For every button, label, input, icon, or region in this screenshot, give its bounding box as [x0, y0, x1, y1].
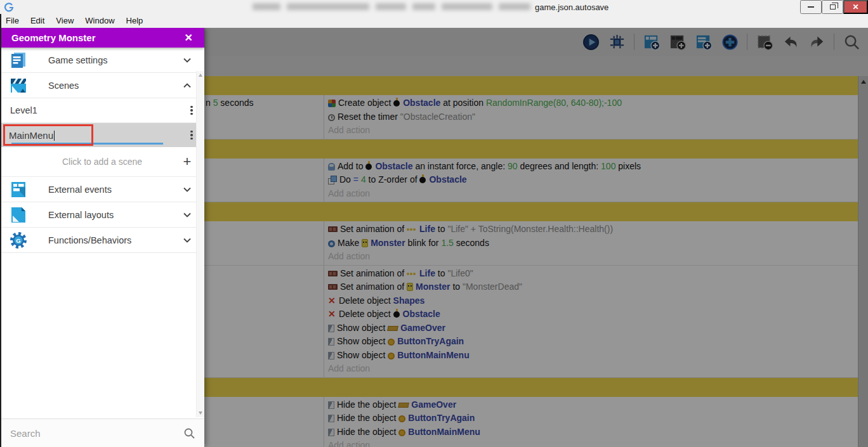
add-scene-row[interactable]: Click to add a scene +: [0, 147, 204, 177]
action-line[interactable]: Set animation of Life to "Life" + ToStri…: [328, 223, 858, 236]
events-toolbar: [204, 28, 868, 56]
add-action-link[interactable]: Add action: [328, 439, 858, 447]
text-segment: n: [206, 98, 213, 108]
panel-scrollbar[interactable]: [196, 71, 204, 417]
action-line[interactable]: Hide the object GameOver: [328, 398, 858, 412]
undo-button[interactable]: [782, 33, 799, 51]
events-scrollbar[interactable]: [858, 76, 868, 447]
action-line[interactable]: Hide the object ButtonMainMenu: [328, 425, 858, 439]
add-action-link[interactable]: Add action: [328, 362, 858, 376]
button-icon: [388, 353, 395, 360]
menu-item-view[interactable]: View: [50, 16, 79, 25]
scene-rename-input[interactable]: MainMenu: [9, 130, 184, 141]
conditions-column[interactable]: n 5 seconds: [204, 95, 324, 139]
search-button[interactable]: [843, 33, 860, 51]
hide-icon: [328, 401, 334, 409]
condition-line[interactable]: n 5 seconds: [206, 96, 324, 110]
actions-column[interactable]: Create object Obstacle at position Rando…: [324, 95, 858, 139]
text-segment: Hide the object: [337, 399, 398, 410]
panel-item-game-settings[interactable]: Game settings: [0, 48, 204, 73]
remove-event-button[interactable]: [756, 33, 773, 51]
action-line[interactable]: Reset the timer "ObstacleCreation": [328, 110, 858, 124]
text-segment: =: [353, 174, 358, 185]
actions-column[interactable]: Add to Obstacle an instant force, angle:…: [324, 159, 858, 202]
text-segment: RandomInRange(80, 640-80);-100: [486, 98, 622, 108]
button-icon: [398, 415, 405, 422]
menu-item-file[interactable]: File: [0, 16, 25, 25]
action-line[interactable]: Add to Obstacle an instant force, angle:…: [328, 160, 858, 174]
panel-item-scenes[interactable]: Scenes: [0, 73, 204, 98]
debug-button[interactable]: [608, 33, 626, 51]
add-event-button[interactable]: [643, 33, 661, 51]
minimize-button[interactable]: [800, 0, 822, 14]
add-action-link[interactable]: Add action: [328, 250, 858, 264]
panel-item-label: External events: [48, 185, 179, 195]
action-line[interactable]: Hide the object ButtonTryAgain: [328, 411, 858, 425]
external-events-icon: [9, 180, 28, 199]
event-row[interactable]: n 5 secondsCreate object Obstacle at pos…: [204, 95, 858, 139]
text-segment: to Z-order of: [366, 174, 420, 185]
event-row[interactable]: Set animation of Life to "Life" + ToStri…: [204, 221, 858, 266]
action-line[interactable]: Delete object Obstacle: [328, 308, 858, 321]
event-group-bar[interactable]: [204, 76, 858, 95]
actions-column[interactable]: Hide the object GameOverHide the object …: [324, 397, 858, 447]
menu-item-edit[interactable]: Edit: [25, 16, 50, 25]
zorder-icon: [328, 176, 337, 184]
add-comment-button[interactable]: [695, 33, 713, 51]
input-underline: [11, 143, 163, 145]
restore-button[interactable]: [822, 0, 843, 14]
panel-item-external-events[interactable]: External events: [0, 177, 204, 202]
chevron-up-icon: [179, 77, 195, 94]
menu-item-help[interactable]: Help: [121, 16, 149, 25]
text-segment: "ObstacleCreation": [400, 112, 475, 122]
redo-icon: [808, 34, 825, 51]
action-line[interactable]: Show object GameOver: [328, 321, 858, 335]
menu-item-window[interactable]: Window: [79, 16, 120, 25]
action-line[interactable]: Show object ButtonTryAgain: [328, 335, 858, 349]
title-bar: game.json.autosave ✕: [0, 0, 868, 14]
action-line[interactable]: Delete object Shapes: [328, 294, 858, 308]
conditions-column[interactable]: [204, 159, 324, 202]
conditions-column[interactable]: [204, 397, 324, 447]
event-group-bar[interactable]: [204, 139, 858, 159]
action-line[interactable]: Create object Obstacle at position Rando…: [328, 96, 858, 110]
actions-column[interactable]: Set animation of Life to "Life0"Set anim…: [324, 266, 858, 377]
undo-icon: [782, 34, 799, 51]
text-segment: Add to: [338, 161, 365, 171]
conditions-column[interactable]: [204, 266, 324, 377]
action-line[interactable]: Do = 4 to Z-order of Obstacle: [328, 173, 858, 187]
action-line[interactable]: Set animation of Life to "Life0": [328, 267, 858, 281]
play-button[interactable]: [582, 33, 600, 51]
scene-item-level1[interactable]: Level1: [0, 98, 204, 123]
action-line[interactable]: Make Monster blink for 1.5 seconds: [328, 236, 858, 250]
actions-column[interactable]: Set animation of Life to "Life" + ToStri…: [324, 221, 858, 265]
close-panel-button[interactable]: ✕: [181, 33, 197, 43]
add-sub-event-button[interactable]: [669, 33, 687, 51]
search-input[interactable]: [10, 428, 178, 439]
close-window-button[interactable]: ✕: [843, 0, 868, 14]
add-action-link[interactable]: Add action: [328, 124, 858, 138]
show-icon: [328, 338, 334, 346]
events-editor-pane: n 5 secondsCreate object Obstacle at pos…: [204, 28, 868, 447]
plus-icon[interactable]: +: [179, 153, 195, 170]
search-icon: [843, 34, 860, 51]
add-action-link[interactable]: Add action: [328, 187, 858, 201]
action-line[interactable]: Set animation of Monster to "MonsterDead…: [328, 280, 858, 294]
panel-item-functions-behaviors[interactable]: G Functions/Behaviors: [0, 228, 204, 253]
event-row[interactable]: Hide the object GameOverHide the object …: [204, 397, 858, 447]
redo-button[interactable]: [808, 33, 825, 51]
action-line[interactable]: Show object ButtonMainMenu: [328, 349, 858, 363]
text-segment: 90: [508, 161, 518, 171]
text-segment: "MonsterDead": [463, 282, 522, 292]
text-segment: Life: [419, 268, 435, 278]
add-circle-button[interactable]: [721, 33, 739, 51]
scene-item-mainmenu-editing[interactable]: MainMenu: [0, 123, 204, 147]
life-icon: [407, 227, 417, 232]
conditions-column[interactable]: [204, 221, 324, 265]
event-group-bar[interactable]: [204, 202, 858, 221]
event-row[interactable]: Set animation of Life to "Life0"Set anim…: [204, 266, 858, 378]
chevron-down-icon: [179, 207, 195, 223]
panel-item-external-layouts[interactable]: External layouts: [0, 202, 204, 228]
event-row[interactable]: Add to Obstacle an instant force, angle:…: [204, 159, 858, 203]
event-group-bar[interactable]: [204, 378, 858, 397]
